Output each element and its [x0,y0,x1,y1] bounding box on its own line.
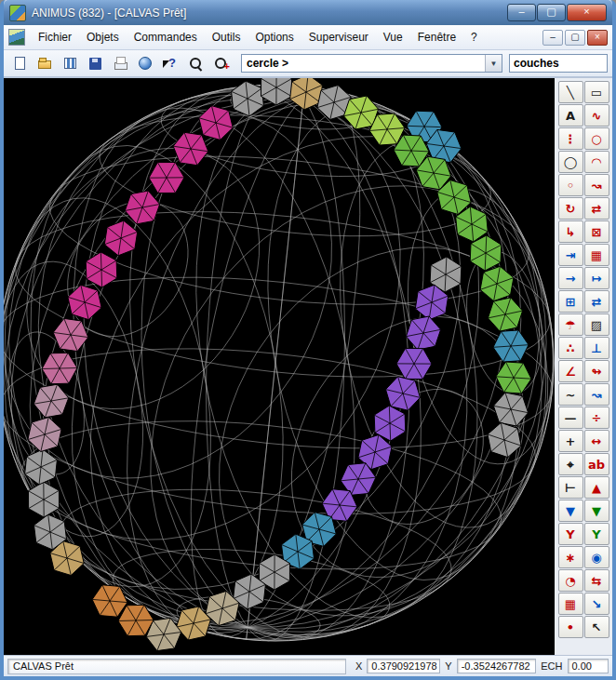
point-series-tool-icon: ⋮ [565,133,577,145]
scale-readout: 0.00 [568,659,609,673]
zoom-button[interactable] [184,53,208,74]
menu-item-fichier[interactable]: Fichier [31,28,79,47]
hatch-tool-icon: ▨ [591,319,602,331]
wye-red-tool[interactable]: Y [558,523,583,545]
select-tool[interactable]: ↖ [584,616,609,638]
erase-tool[interactable]: ⊠ [584,220,609,243]
command-combobox[interactable]: cercle > ▼ [241,54,502,73]
offset-tool[interactable]: ↳ [558,220,583,243]
angle-tool-icon: ∠ [565,366,576,378]
tangent-tool-icon: ~ [566,389,576,401]
window-controls: –▢× [507,4,607,21]
umbrella-tool[interactable]: ☂ [558,313,583,336]
drawing-canvas[interactable] [4,78,555,654]
terrain-tool[interactable]: ▲ [584,476,609,499]
magnifier-icon [188,56,204,71]
funnel-blue-tool[interactable]: ▼ [558,500,583,522]
arc-arrow-tool[interactable]: ↬ [584,360,609,382]
binoculars-tool-icon: ⌖ [567,459,573,471]
export-tool[interactable]: → [558,267,583,289]
horizontal-line-tool[interactable]: — [558,407,583,429]
new-document-button[interactable] [8,53,32,74]
layers-field[interactable] [509,54,608,73]
wye-green-tool[interactable]: Y [584,523,609,545]
rotate-tool[interactable]: ↻ [558,197,583,220]
open-file-button[interactable] [33,53,57,74]
axis-tool[interactable]: ⊥ [584,337,609,359]
mirror-tool[interactable]: ⇄ [584,197,609,220]
rectangle-tool[interactable]: ▭ [584,81,609,103]
measure-tool[interactable]: ⊢ [558,476,583,499]
small-circle-tool[interactable]: ◦ [558,174,583,196]
diagonal-tool[interactable]: ↘ [584,593,609,615]
mesh-tool[interactable]: ▦ [558,593,583,615]
menu-item-commandes[interactable]: Commandes [127,28,205,47]
menu-item-vue[interactable]: Vue [376,28,410,47]
gauge-tool[interactable]: ◔ [558,569,583,592]
menu-item-superviseur[interactable]: Superviseur [301,28,376,47]
zoom-window-button[interactable] [209,53,233,74]
printer-icon [113,56,128,71]
toolbar-buttons [8,53,233,74]
copy-sheet-tool[interactable]: ⊞ [558,290,583,313]
window-title: ANIMUS (832) - [CALVAS Prêt] [32,7,186,20]
print-button[interactable] [109,53,132,74]
hatch-grid-tool-icon: ▦ [591,249,602,261]
minimize-button[interactable]: – [507,4,536,21]
small-circle-tool-icon: ◦ [567,180,574,192]
import-tool[interactable]: ↦ [584,267,609,289]
menu-item-objets[interactable]: Objets [79,28,127,47]
tangent-tool[interactable]: ~ [558,383,583,406]
text-tool[interactable]: A [558,104,583,127]
title-bar: ANIMUS (832) - [CALVAS Prêt] –▢× [4,0,612,25]
window-layout-button[interactable] [59,53,82,74]
menu-item-help[interactable]: ? [463,28,485,47]
polyline-tool[interactable]: ∿ [584,104,609,127]
label-tool[interactable]: ab [584,453,609,475]
command-combobox-value[interactable]: cercle > [242,57,485,70]
line-tool[interactable]: ╲ [558,81,583,103]
stretch-h-tool-icon: ↔ [592,435,602,447]
menu-item-outils[interactable]: Outils [205,28,248,47]
menu-item-fentre[interactable]: Fenêtre [410,28,463,47]
insert-tool[interactable]: ⇥ [558,244,583,266]
mdi-close-button[interactable]: × [587,30,608,46]
ellipse-tool-icon: ◯ [564,156,578,168]
terrain-tool-icon: ▲ [592,482,601,494]
hatch-tool[interactable]: ▨ [584,313,609,336]
save-button[interactable] [84,53,107,74]
menu-item-options[interactable]: Options [248,28,301,47]
curve-arrow-tool[interactable]: ↝ [584,383,609,406]
cross-tool[interactable]: + [558,430,583,452]
mdi-window-controls: –▢× [542,30,608,46]
binoculars-tool[interactable]: ⌖ [558,453,583,475]
divide-tool[interactable]: ÷ [584,407,609,429]
point-series-tool[interactable]: ⋮ [558,127,583,150]
mdi-restore-button[interactable]: ▢ [565,30,585,46]
ellipse-tool[interactable]: ◯ [558,151,583,173]
close-button[interactable]: × [567,4,607,21]
stretch-tool[interactable]: ⇆ [584,569,609,592]
star-tool[interactable]: ∗ [558,546,583,568]
arc-tool[interactable]: ◠ [584,151,609,173]
node-tool[interactable]: • [558,616,583,638]
gauge-tool-icon: ◔ [565,575,575,587]
context-help-button[interactable] [159,53,182,74]
point-triangle-tool[interactable]: ∴ [558,337,583,359]
swap-tool-icon: ⇄ [592,296,602,308]
mdi-minimize-button[interactable]: – [542,30,563,46]
stretch-h-tool[interactable]: ↔ [584,430,609,452]
funnel-green-tool[interactable]: ▼ [584,500,609,522]
canvas-area[interactable] [4,78,555,655]
mdi-child-icon[interactable] [8,29,25,46]
spline-tool[interactable]: ↝ [584,174,609,196]
world-button[interactable] [134,53,157,74]
chevron-down-icon[interactable]: ▼ [485,55,502,72]
swap-tool[interactable]: ⇄ [584,290,609,313]
maximize-button[interactable]: ▢ [537,4,566,21]
hatch-grid-tool[interactable]: ▦ [584,244,609,266]
x-coordinate-readout: 0.3790921978 [367,659,440,673]
angle-tool[interactable]: ∠ [558,360,583,382]
sphere-tool[interactable]: ◉ [584,546,609,568]
circle-tool[interactable]: ○ [584,127,609,150]
